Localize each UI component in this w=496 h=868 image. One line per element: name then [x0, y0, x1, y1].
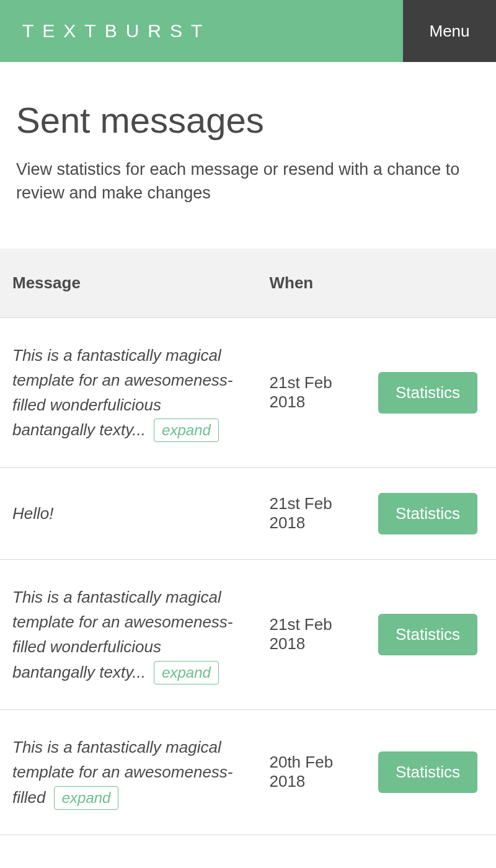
cell-when: 21st Feb 2018: [257, 317, 365, 467]
cell-actions: Statistics: [366, 709, 496, 835]
menu-button[interactable]: Menu: [403, 0, 496, 62]
app-header: TEXTBURST Menu: [0, 0, 496, 62]
page-title: Sent messages: [16, 99, 480, 141]
cell-when: 21st Feb 2018: [257, 467, 365, 559]
table-row: Hello!21st Feb 2018Statistics: [0, 467, 496, 559]
cell-message: This is a fantastically magical template…: [0, 709, 257, 835]
expand-button[interactable]: expand: [54, 786, 119, 810]
table-row: This is a fantastically magical template…: [0, 709, 496, 835]
cell-message: This is a fantastically magical template…: [0, 559, 257, 709]
menu-label: Menu: [429, 22, 469, 41]
statistics-button[interactable]: Statistics: [378, 493, 477, 534]
table-row: This is a fantastically magical template…: [0, 317, 496, 467]
brand-logo-text: TEXTBURST: [22, 20, 211, 42]
statistics-button[interactable]: Statistics: [378, 372, 477, 414]
table-header-row: Message When: [0, 249, 496, 318]
table-row: This is a fantastically magical template…: [0, 559, 496, 709]
col-header-when: When: [257, 249, 365, 318]
col-header-message: Message: [0, 249, 257, 318]
cell-actions: Statistics: [366, 559, 496, 709]
cell-actions: Statistics: [366, 317, 496, 467]
page-subtitle: View statistics for each message or rese…: [16, 158, 480, 205]
sent-messages-table: Message When This is a fantastically mag…: [0, 249, 496, 835]
brand-area: TEXTBURST: [0, 0, 403, 62]
statistics-button[interactable]: Statistics: [378, 751, 477, 793]
cell-when: 21st Feb 2018: [257, 559, 365, 709]
cell-message: This is a fantastically magical template…: [0, 317, 257, 467]
message-text: This is a fantastically magical template…: [12, 738, 233, 807]
expand-button[interactable]: expand: [154, 661, 219, 684]
cell-message: Hello!: [0, 467, 257, 559]
cell-when: 20th Feb 2018: [257, 709, 365, 835]
expand-button[interactable]: expand: [154, 418, 219, 442]
message-text: Hello!: [12, 504, 53, 523]
page-content: Sent messages View statistics for each m…: [0, 62, 496, 224]
statistics-button[interactable]: Statistics: [378, 614, 477, 655]
col-header-actions: [366, 249, 496, 318]
cell-actions: Statistics: [366, 467, 496, 559]
